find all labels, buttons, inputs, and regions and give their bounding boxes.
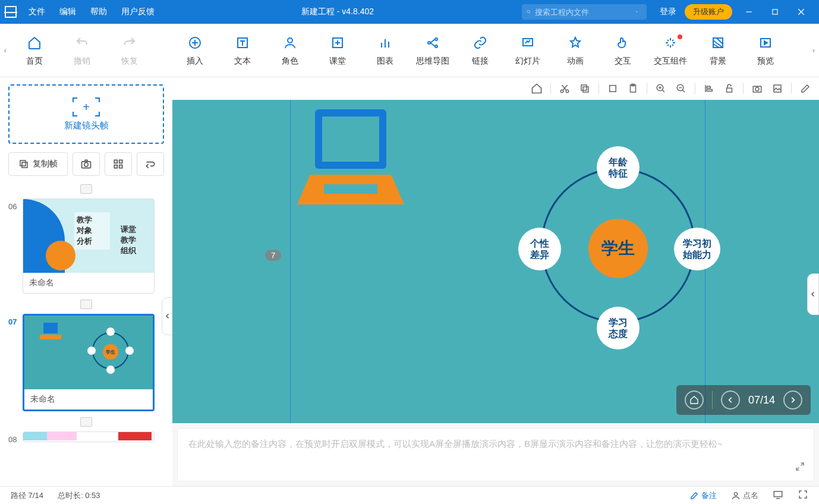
window-minimize-button[interactable] bbox=[736, 0, 762, 24]
status-display-button[interactable] bbox=[773, 489, 783, 502]
fullscreen-icon bbox=[798, 489, 808, 500]
search-input[interactable] bbox=[535, 8, 635, 17]
menu-help[interactable]: 帮助 bbox=[83, 7, 114, 17]
tool-preview[interactable]: 预览 bbox=[742, 24, 789, 77]
svg-point-21 bbox=[435, 45, 437, 48]
tool-animation[interactable]: 动画 bbox=[552, 24, 599, 77]
thumbnail-08[interactable]: 08 bbox=[8, 431, 164, 444]
canvas-camera-button[interactable] bbox=[751, 82, 764, 95]
tool-interaction-component[interactable]: 交互组件 bbox=[647, 24, 694, 77]
notes-panel[interactable]: 在此处输入您的备注内容，在预览时开启双屏模式，可以实现A屏全屏播放演示内容，B屏… bbox=[177, 428, 814, 481]
svg-line-50 bbox=[662, 90, 664, 92]
loop-button[interactable] bbox=[137, 152, 164, 176]
tool-insert[interactable]: 插入 bbox=[171, 24, 219, 77]
canvas-home-button[interactable] bbox=[530, 82, 543, 95]
svg-rect-43 bbox=[581, 85, 587, 90]
tool-interaction[interactable]: 交互 bbox=[599, 24, 647, 77]
diagram-center: 学生 bbox=[588, 219, 648, 278]
window-close-button[interactable] bbox=[788, 0, 814, 24]
toolbar-scroll-left[interactable]: ‹ bbox=[0, 24, 11, 77]
tool-chart[interactable]: 图表 bbox=[361, 24, 409, 77]
tool-label: 课堂 bbox=[329, 56, 346, 67]
canvas-paste-button[interactable] bbox=[626, 82, 640, 95]
right-panel-toggle[interactable] bbox=[807, 273, 819, 315]
thumb-label: 未命名 bbox=[23, 273, 154, 293]
nav-home-button[interactable] bbox=[685, 390, 704, 410]
svg-rect-35 bbox=[119, 160, 122, 163]
tool-background[interactable]: 背景 bbox=[694, 24, 742, 77]
thumbnail-06[interactable]: 06 教学对象分析 课堂教学组织 未命名 bbox=[8, 199, 164, 294]
zoom-out-icon bbox=[676, 83, 686, 94]
tool-classroom[interactable]: 课堂 bbox=[314, 24, 361, 77]
qr-button[interactable] bbox=[105, 152, 132, 176]
status-notes-button[interactable]: 备注 bbox=[689, 490, 717, 501]
canvas-copy-button[interactable] bbox=[578, 82, 591, 95]
camera-button[interactable] bbox=[73, 152, 100, 176]
separator bbox=[598, 83, 599, 94]
tool-role[interactable]: 角色 bbox=[266, 24, 314, 77]
status-rollcall-label: 点名 bbox=[743, 490, 758, 501]
canvas-lock-button[interactable] bbox=[723, 82, 736, 95]
status-duration: 总时长: 0:53 bbox=[58, 490, 100, 501]
diagram-graphic[interactable]: 学生 年龄 特征 个性 差异 学习初 始能力 学习 态度 bbox=[499, 141, 737, 379]
notification-dot-icon bbox=[678, 34, 682, 39]
menu-edit[interactable]: 编辑 bbox=[52, 7, 83, 17]
search-dropdown-icon[interactable] bbox=[635, 8, 638, 15]
tool-label: 撤销 bbox=[74, 56, 90, 67]
separator bbox=[550, 83, 551, 94]
tool-slide[interactable]: 幻灯片 bbox=[504, 24, 552, 77]
notes-expand-button[interactable] bbox=[795, 461, 805, 474]
tool-link[interactable]: 链接 bbox=[456, 24, 504, 77]
toolbar-scroll-right[interactable]: › bbox=[808, 24, 819, 77]
duplicate-icon bbox=[607, 83, 618, 94]
svg-rect-57 bbox=[727, 88, 732, 92]
window-maximize-button[interactable] bbox=[762, 0, 788, 24]
canvas-zoom-out-button[interactable] bbox=[675, 82, 688, 95]
canvas-image-button[interactable] bbox=[771, 82, 784, 95]
copy-frame-button[interactable]: 复制帧 bbox=[8, 152, 68, 176]
canvas-duplicate-button[interactable] bbox=[606, 82, 619, 95]
search-box[interactable] bbox=[522, 4, 647, 20]
new-frame-button[interactable]: + 新建镜头帧 bbox=[8, 84, 164, 144]
canvas-zoom-in-button[interactable] bbox=[654, 82, 667, 95]
link-icon bbox=[473, 36, 487, 50]
separator bbox=[8, 417, 164, 427]
svg-rect-34 bbox=[114, 160, 117, 163]
canvas-cut-button[interactable] bbox=[558, 82, 571, 95]
tool-text[interactable]: 文本 bbox=[219, 24, 266, 77]
laptop-graphic[interactable] bbox=[297, 109, 404, 210]
page-badge: 7 bbox=[265, 250, 281, 261]
status-fullscreen-button[interactable] bbox=[798, 489, 808, 502]
upgrade-button[interactable]: 升级账户 bbox=[685, 4, 732, 20]
thumb-label: 未命名 bbox=[24, 389, 153, 410]
tool-redo[interactable]: 恢复 bbox=[106, 24, 153, 77]
tool-home[interactable]: 首页 bbox=[11, 24, 58, 77]
login-link[interactable]: 登录 bbox=[660, 7, 676, 17]
status-notes-label: 备注 bbox=[701, 490, 717, 501]
separator bbox=[8, 300, 164, 309]
tool-mindmap[interactable]: 思维导图 bbox=[409, 24, 456, 77]
canvas-align-button[interactable] bbox=[703, 82, 716, 95]
tool-undo[interactable]: 撤销 bbox=[58, 24, 106, 77]
canvas[interactable]: 7 学生 年龄 特征 个性 差异 学习初 始能力 学习 态度 07/14 bbox=[172, 100, 819, 423]
main-area: + 新建镜头帧 复制帧 06 教学对象分析 课堂教学组织 未命名 bbox=[0, 77, 819, 486]
camera-icon bbox=[80, 158, 92, 170]
menu-feedback[interactable]: 用户反馈 bbox=[114, 7, 162, 17]
svg-line-23 bbox=[430, 43, 435, 46]
thumbnail-07[interactable]: 07 学生 未命名 bbox=[8, 314, 164, 411]
menu-file[interactable]: 文件 bbox=[21, 7, 52, 17]
nav-next-button[interactable] bbox=[783, 390, 802, 410]
expand-icon bbox=[795, 461, 805, 472]
status-rollcall-button[interactable]: 点名 bbox=[731, 490, 758, 501]
svg-rect-64 bbox=[774, 492, 782, 497]
nav-prev-button[interactable] bbox=[721, 390, 740, 410]
svg-point-59 bbox=[755, 87, 759, 91]
tool-label: 图表 bbox=[377, 56, 393, 67]
svg-rect-44 bbox=[610, 86, 616, 92]
slide-icon bbox=[521, 36, 535, 50]
chevron-left-icon bbox=[164, 313, 171, 320]
sidebar-collapse-button[interactable] bbox=[162, 297, 172, 335]
svg-rect-36 bbox=[114, 165, 117, 168]
home-icon bbox=[689, 395, 699, 405]
canvas-edit-button[interactable] bbox=[799, 82, 812, 95]
